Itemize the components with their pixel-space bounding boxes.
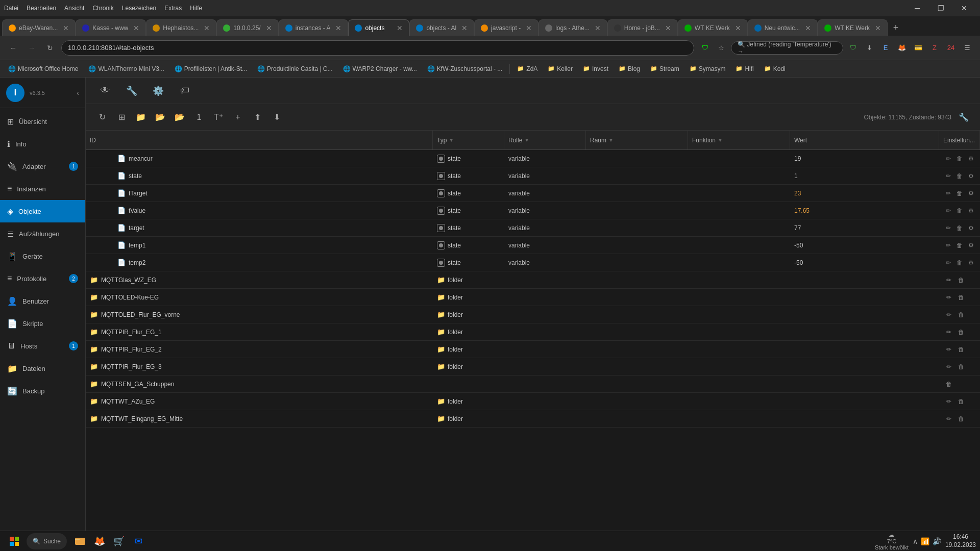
view-icon-btn[interactable]: 👁 (96, 82, 114, 100)
bm-warp2[interactable]: 🌐 WARP2 Charger - ww... (339, 64, 421, 73)
firefox-icon[interactable]: 🦊 (895, 41, 909, 55)
back-button[interactable]: ← (6, 41, 20, 55)
sidebar-item-aufzahlungen[interactable]: ≣ Aufzählungen (0, 222, 85, 245)
sidebar-collapse-button[interactable]: ‹ (77, 89, 79, 97)
tab-hephaistos[interactable]: Hephaistos... ✕ (146, 19, 216, 36)
extensions-icon[interactable]: 🛡 (698, 41, 712, 55)
tab-neu[interactable]: Neu entwic... ✕ (748, 19, 818, 36)
start-button[interactable] (4, 532, 24, 550)
bm-profilleisten[interactable]: 🌐 Profilleisten | Antik-St... (170, 64, 251, 73)
sidebar-item-gerate[interactable]: 📱 Geräte (0, 245, 85, 267)
settings-icon-btn[interactable]: ⚙️ (149, 82, 167, 100)
sound-icon[interactable]: 🔊 (933, 537, 941, 545)
delete-button[interactable]: 🗑 (955, 413, 967, 424)
menu-ansicht[interactable]: Ansicht (64, 5, 84, 12)
taskbar-app-store[interactable]: 🛒 (110, 532, 128, 550)
new-tab-button[interactable]: + (888, 19, 904, 36)
refresh-button[interactable]: ↻ (94, 109, 110, 126)
edit-button[interactable]: ✏ (943, 327, 954, 338)
delete-button[interactable]: 🗑 (954, 170, 965, 182)
tab-close-icon[interactable]: ✕ (461, 24, 468, 32)
tray-icon-1[interactable]: ∧ (913, 537, 918, 545)
tab-objects-active[interactable]: objects ✕ (348, 19, 409, 36)
sidebar-item-hosts[interactable]: 🖥 Hosts 1 (0, 335, 85, 357)
edit-button[interactable]: ✏ (943, 188, 953, 199)
edit-button[interactable]: ✏ (943, 344, 954, 355)
edit-button[interactable]: ✏ (943, 292, 954, 303)
col-room[interactable]: Raum ▼ (586, 131, 688, 149)
config-button[interactable]: ⚙ (966, 205, 976, 216)
delete-button[interactable]: 🗑 (955, 327, 967, 338)
delete-button[interactable]: 🗑 (955, 361, 967, 372)
edit-button[interactable]: ✏ (943, 413, 954, 424)
delete-button[interactable]: 🗑 (954, 188, 965, 199)
bm-blog[interactable]: 📁Blog (615, 64, 644, 73)
config-button[interactable]: ⚙ (966, 153, 976, 164)
edit-button[interactable]: ✏ (943, 153, 953, 164)
download-button[interactable]: ⬇ (268, 109, 285, 126)
sidebar-item-instanzen[interactable]: ≡ Instanzen (0, 178, 85, 200)
tab-objects2[interactable]: objects - Al ✕ (409, 19, 474, 36)
tab-ebay[interactable]: eBay-Waren... ✕ (2, 19, 76, 36)
folder-button[interactable]: 📁 (133, 109, 149, 126)
delete-button[interactable]: 🗑 (955, 344, 967, 355)
bm-stream[interactable]: 📁Stream (646, 64, 683, 73)
tab-logs[interactable]: logs - Athe... ✕ (538, 19, 607, 36)
tab-close-icon[interactable]: ✕ (875, 24, 881, 32)
col-func[interactable]: Funktion ▼ (688, 131, 790, 149)
bm-kodi[interactable]: 📁Kodi (760, 64, 790, 73)
forward-button[interactable]: → (24, 41, 39, 55)
tab-close-icon[interactable]: ✕ (63, 24, 69, 32)
delete-button[interactable]: 🗑 (954, 257, 965, 268)
folder-open-button[interactable]: 📂 (152, 109, 168, 126)
col-id[interactable]: ID (86, 131, 433, 149)
col-role[interactable]: Rolle ▼ (504, 131, 586, 149)
edit-button[interactable]: ✏ (943, 309, 954, 320)
bm-produktlinie[interactable]: 🌐 Produktlinie Casita | C... (253, 64, 337, 73)
number-button[interactable]: 1 (191, 109, 207, 126)
delete-button[interactable]: 🗑 (954, 153, 965, 164)
tab-close-icon[interactable]: ✕ (204, 24, 210, 32)
minimize-button[interactable]: ─ (905, 0, 929, 16)
close-button[interactable]: ✕ (952, 0, 976, 16)
folder-add-button[interactable]: 📂 (172, 109, 188, 126)
menu-icon[interactable]: ☰ (961, 41, 974, 55)
config-button[interactable]: ⚙ (966, 240, 976, 251)
sidebar-item-ubersicht[interactable]: ⊞ Übersicht (0, 110, 85, 133)
wallet-icon[interactable]: 💳 (912, 41, 925, 55)
config-button[interactable]: ⚙ (966, 222, 976, 234)
config-button[interactable]: ⚙ (966, 170, 976, 182)
menu-bearbeiten[interactable]: Bearbeiten (27, 5, 56, 12)
bm-keller[interactable]: 📁Keller (544, 64, 577, 73)
maximize-button[interactable]: ❐ (929, 0, 952, 16)
sidebar-item-benutzer[interactable]: 👤 Benutzer (0, 290, 85, 312)
menu-datei[interactable]: Datei (4, 5, 18, 12)
col-settings[interactable]: Einstellun... (939, 131, 980, 149)
bm-zda[interactable]: 📁ZdA (513, 64, 542, 73)
address-input[interactable] (61, 40, 694, 56)
filter-icon-btn[interactable]: 🔧 (955, 109, 972, 126)
bm-symasym[interactable]: 📁Symasym (685, 64, 730, 73)
tab-close-icon[interactable]: ✕ (595, 24, 601, 32)
sidebar-item-info[interactable]: ℹ Info (0, 133, 85, 155)
delete-button[interactable]: 🗑 (954, 240, 965, 251)
upload-button[interactable]: ⬆ (249, 109, 265, 126)
search-box[interactable]: 🔍 Jefined (reading 'Temperature') → (731, 41, 843, 55)
delete-button[interactable]: 🗑 (954, 222, 965, 234)
taskbar-app-explorer[interactable] (71, 532, 89, 550)
config-button[interactable]: ⚙ (966, 257, 976, 268)
bm-wlanthermo[interactable]: 🌐 WLANThermo Mini V3... (84, 64, 168, 73)
bm-kfw[interactable]: 🌐 KfW-Zuschussportal - ... (423, 64, 506, 73)
edit-button[interactable]: ✏ (943, 361, 954, 372)
edit-button[interactable]: ✏ (943, 205, 953, 216)
edit-button[interactable]: ✏ (943, 222, 953, 234)
reload-button[interactable]: ↻ (43, 41, 57, 55)
delete-button[interactable]: 🗑 (954, 205, 965, 216)
taskbar-app-browser[interactable]: 🦊 (90, 532, 109, 550)
tab-home[interactable]: Home - joB... ✕ (607, 19, 678, 36)
delete-button[interactable]: 🗑 (955, 274, 967, 286)
tab-ip[interactable]: 10.0.0.25/ ✕ (216, 19, 278, 36)
tab-close-icon[interactable]: ✕ (133, 24, 139, 32)
menu-extras[interactable]: Extras (164, 5, 182, 12)
delete-button[interactable]: 🗑 (955, 396, 967, 407)
